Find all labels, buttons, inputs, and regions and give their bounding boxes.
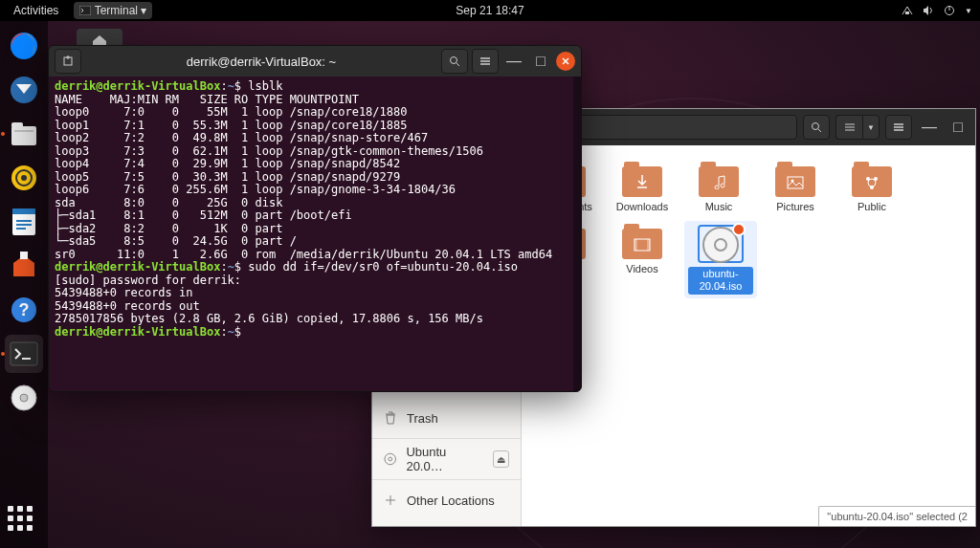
folder-icon bbox=[622, 166, 662, 197]
terminal-window: derrik@derrik-VirtualBox: ~ — □ derrik@d… bbox=[48, 45, 582, 392]
svg-point-42 bbox=[866, 177, 870, 181]
terminal-small-icon bbox=[79, 6, 91, 15]
sidebar-disc[interactable]: Ubuntu 20.0… ⏏ bbox=[372, 443, 521, 475]
folder-icon bbox=[699, 166, 739, 197]
dock-disc[interactable] bbox=[5, 379, 43, 417]
term-minimize-button[interactable]: — bbox=[502, 50, 525, 73]
dock-help[interactable]: ? bbox=[5, 291, 43, 329]
view-dropdown-button[interactable]: ▼ bbox=[862, 115, 880, 140]
svg-rect-20 bbox=[11, 342, 37, 365]
svg-rect-46 bbox=[635, 239, 637, 251]
search-button[interactable] bbox=[803, 115, 830, 140]
trash-icon bbox=[384, 411, 397, 425]
hamburger-button[interactable] bbox=[885, 115, 912, 140]
svg-point-24 bbox=[813, 123, 819, 130]
sidebar-other-locations[interactable]: Other Locations bbox=[372, 484, 521, 516]
show-applications-button[interactable] bbox=[8, 506, 40, 538]
sidebar-label: Ubuntu 20.0… bbox=[406, 445, 482, 473]
term-menu-button[interactable] bbox=[472, 49, 499, 74]
dock: ? bbox=[0, 21, 48, 548]
svg-rect-7 bbox=[11, 122, 23, 128]
plus-icon bbox=[384, 493, 397, 507]
svg-point-23 bbox=[20, 394, 28, 402]
svg-rect-14 bbox=[16, 220, 32, 222]
close-icon bbox=[561, 56, 570, 66]
term-close-button[interactable] bbox=[556, 52, 575, 71]
svg-rect-13 bbox=[12, 208, 35, 214]
dock-thunderbird[interactable] bbox=[5, 71, 43, 109]
svg-point-43 bbox=[874, 177, 878, 181]
new-tab-icon bbox=[62, 55, 74, 67]
sidebar-label: Other Locations bbox=[407, 493, 495, 508]
maximize-button[interactable]: □ bbox=[947, 116, 969, 139]
svg-rect-15 bbox=[16, 224, 32, 226]
menu-icon bbox=[893, 122, 904, 132]
sidebar-trash[interactable]: Trash bbox=[372, 402, 521, 434]
volume-icon bbox=[923, 5, 934, 16]
svg-point-32 bbox=[385, 453, 395, 464]
terminal-headerbar: derrik@derrik-VirtualBox: ~ — □ bbox=[49, 46, 581, 77]
file-label: Downloads bbox=[616, 201, 668, 213]
network-icon bbox=[902, 5, 913, 16]
svg-rect-16 bbox=[16, 228, 26, 230]
lock-badge-icon bbox=[732, 223, 746, 236]
folder-downloads[interactable]: Downloads bbox=[608, 159, 677, 213]
dock-libreoffice-writer[interactable] bbox=[5, 203, 43, 241]
file-label: Music bbox=[705, 201, 733, 213]
folder-videos[interactable]: Videos bbox=[608, 221, 677, 297]
svg-point-44 bbox=[870, 186, 874, 189]
svg-rect-6 bbox=[11, 126, 36, 145]
folder-icon bbox=[852, 166, 892, 197]
svg-rect-39 bbox=[788, 177, 803, 188]
terminal-output[interactable]: derrik@derrik-VirtualBox:~$ lsblk NAME M… bbox=[49, 77, 581, 391]
folder-icon bbox=[775, 166, 815, 197]
term-search-button[interactable] bbox=[441, 49, 468, 74]
top-bar: Activities Terminal ▾ Sep 21 18:47 ▼ bbox=[0, 0, 980, 21]
dock-rhythmbox[interactable] bbox=[5, 159, 43, 197]
files-icon-view[interactable]: Documents Downloads Music Pictures Publi… bbox=[522, 145, 975, 526]
file-iso[interactable]: ubuntu-20.04.iso bbox=[684, 221, 757, 297]
system-tray[interactable]: ▼ bbox=[902, 5, 972, 16]
svg-text:?: ? bbox=[19, 300, 30, 319]
running-dot bbox=[1, 132, 5, 136]
clock[interactable]: Sep 21 18:47 bbox=[456, 4, 523, 17]
power-icon bbox=[944, 5, 955, 16]
dock-software[interactable] bbox=[5, 247, 43, 285]
file-label: Pictures bbox=[776, 201, 814, 213]
svg-rect-47 bbox=[647, 239, 650, 251]
folder-public[interactable]: Public bbox=[837, 159, 906, 213]
svg-rect-8 bbox=[14, 130, 33, 132]
dock-terminal[interactable] bbox=[5, 335, 43, 373]
view-list-button[interactable] bbox=[835, 115, 862, 140]
search-icon bbox=[811, 121, 822, 133]
terminal-title: derrik@derrik-VirtualBox: ~ bbox=[85, 55, 437, 69]
search-icon bbox=[449, 55, 460, 67]
list-icon bbox=[844, 122, 856, 132]
svg-rect-17 bbox=[20, 252, 28, 259]
disc-icon bbox=[384, 452, 396, 466]
svg-line-52 bbox=[457, 63, 459, 66]
folder-music[interactable]: Music bbox=[684, 159, 753, 213]
new-tab-button[interactable] bbox=[55, 49, 81, 74]
chevron-down-icon: ▼ bbox=[965, 7, 972, 15]
dock-files[interactable] bbox=[5, 115, 43, 153]
app-menu-button[interactable]: Terminal ▾ bbox=[74, 2, 152, 19]
term-maximize-button[interactable]: □ bbox=[529, 50, 552, 73]
eject-button[interactable]: ⏏ bbox=[493, 450, 509, 468]
menu-icon bbox=[479, 56, 491, 66]
activities-button[interactable]: Activities bbox=[8, 2, 64, 19]
file-label: ubuntu-20.04.iso bbox=[688, 267, 753, 294]
sidebar-label: Trash bbox=[407, 411, 438, 426]
svg-point-4 bbox=[11, 33, 37, 59]
files-statusbar: "ubuntu-20.04.iso" selected (2 bbox=[818, 506, 975, 526]
chevron-down-icon: ▼ bbox=[867, 123, 875, 132]
dock-firefox[interactable] bbox=[5, 27, 43, 65]
svg-point-11 bbox=[21, 175, 27, 181]
running-dot bbox=[1, 352, 5, 356]
minimize-button[interactable]: — bbox=[918, 116, 941, 139]
svg-point-33 bbox=[389, 457, 392, 461]
svg-rect-1 bbox=[905, 11, 909, 14]
file-label: Videos bbox=[626, 263, 657, 275]
folder-pictures[interactable]: Pictures bbox=[761, 159, 830, 213]
svg-line-25 bbox=[818, 129, 821, 132]
